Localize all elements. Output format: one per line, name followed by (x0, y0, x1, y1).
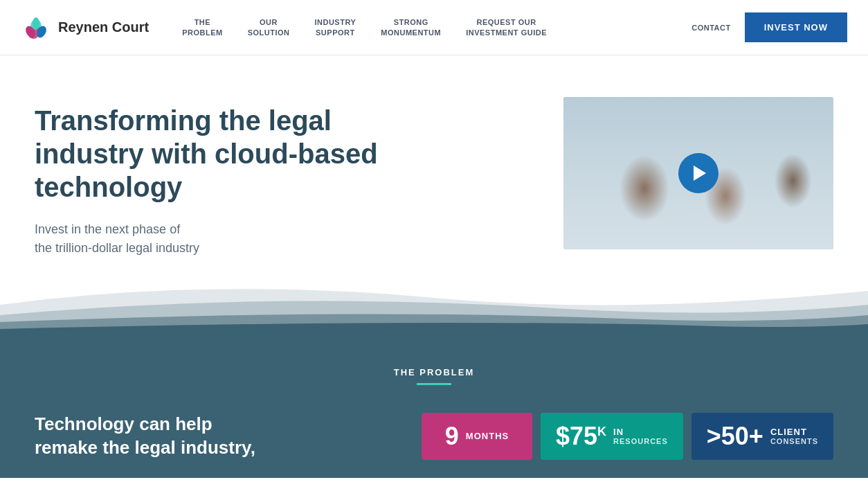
logo-icon (21, 12, 51, 43)
video-play-button[interactable] (678, 153, 718, 193)
stat-label-months: MONTHS (466, 431, 509, 442)
stats-area: 9 MONTHS $75K IN RESOURCES >50+ CLIENT C… (422, 413, 833, 460)
site-header: Reynen Court THEPROBLEM OURSOLUTION INDU… (0, 0, 868, 55)
svg-point-2 (33, 17, 39, 30)
stat-label-top-resources: IN (613, 427, 668, 438)
bottom-text-block: Technology can help remake the legal ind… (35, 413, 394, 460)
play-triangle-icon (694, 166, 706, 181)
hero-section: Transforming the legal industry with clo… (0, 55, 868, 277)
stat-label-top-consents: CLIENT (770, 427, 818, 438)
nav-industry-support[interactable]: INDUSTRYSUPPORT (302, 17, 368, 37)
bottom-content: Technology can help remake the legal ind… (35, 413, 833, 460)
problem-section: THE PROBLEM Technology can help remake t… (0, 332, 868, 478)
stat-label-top-months: MONTHS (466, 431, 509, 442)
hero-subtitle: Invest in the next phase of the trillion… (35, 220, 381, 258)
nav-investment-guide[interactable]: REQUEST OURINVESTMENT GUIDE (453, 17, 559, 37)
main-nav: THEPROBLEM OURSOLUTION INDUSTRYSUPPORT S… (170, 17, 678, 37)
wave-divider (0, 277, 868, 332)
logo-text: Reynen Court (58, 19, 149, 35)
logo-area[interactable]: Reynen Court (21, 12, 149, 43)
nav-our-solution[interactable]: OURSOLUTION (235, 17, 302, 37)
stat-card-resources: $75K IN RESOURCES (541, 413, 683, 460)
hero-video-thumbnail[interactable] (563, 97, 833, 249)
nav-the-problem[interactable]: THEPROBLEM (170, 17, 235, 37)
stat-label-resources: IN RESOURCES (613, 427, 668, 447)
stat-number-consents: >50+ (707, 424, 763, 449)
stat-label-bottom-consents: CONSENTS (770, 437, 818, 446)
section-divider-line (417, 383, 451, 385)
nav-contact[interactable]: CONTACT (678, 24, 744, 32)
header-actions: CONTACT INVEST NOW (678, 12, 847, 42)
stat-number-resources: $75K (556, 424, 606, 449)
bottom-heading: Technology can help remake the legal ind… (35, 413, 394, 460)
stat-card-consents: >50+ CLIENT CONSENTS (691, 413, 833, 460)
hero-text-block: Transforming the legal industry with clo… (35, 97, 381, 258)
section-label-text: THE PROBLEM (35, 367, 833, 377)
hero-title: Transforming the legal industry with clo… (35, 104, 381, 204)
stat-label-consents: CLIENT CONSENTS (770, 427, 818, 447)
nav-strong-momentum[interactable]: STRONGMONUMENTUM (368, 17, 453, 37)
invest-now-button[interactable]: INVEST NOW (745, 12, 847, 42)
wave-shape (0, 277, 868, 332)
stat-number-months: 9 (445, 424, 459, 449)
stat-label-bottom-resources: RESOURCES (613, 437, 668, 446)
stat-card-months: 9 MONTHS (422, 413, 532, 460)
section-label-block: THE PROBLEM (35, 367, 833, 385)
